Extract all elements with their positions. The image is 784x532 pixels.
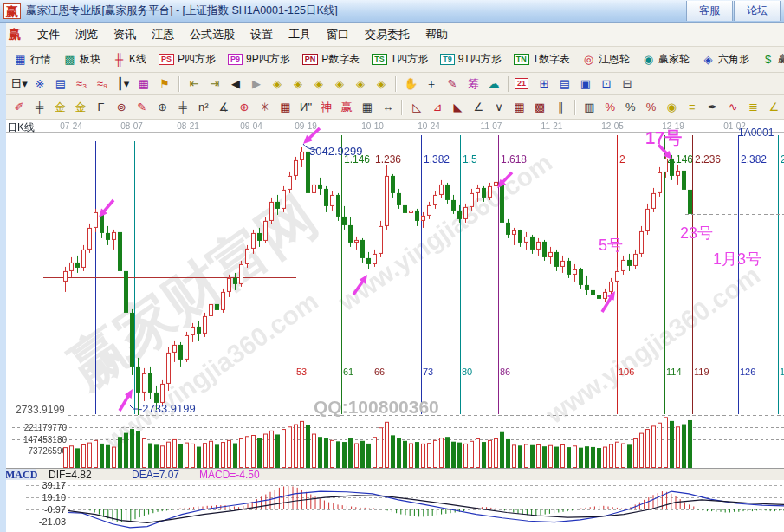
titlebar-button-service[interactable]: 客服 <box>686 1 733 21</box>
tool-diamond-cross-icon[interactable]: ◈ <box>351 75 370 92</box>
tool-gold-lines-icon[interactable]: ≡ <box>683 99 702 115</box>
drawing-toolbar: ✐╪金金F⊚✎⊕╪n²∡⊕✳▦И"神赢▦↔◺⊿◣∠∨▦▩∥▥%%%◉≡✒∿≣∠ <box>0 95 784 120</box>
tool-last-bar-icon[interactable]: ⇥ <box>205 75 224 92</box>
tool-shen-tool-icon[interactable]: 神 <box>317 99 336 115</box>
winner-service-icon: $ <box>761 53 774 66</box>
tool-ying-tool-icon[interactable]: 赢 <box>338 99 357 115</box>
tool-grid-purple-icon[interactable]: ▦ <box>134 75 153 92</box>
toolbar-separator <box>574 100 576 115</box>
tool-sine-icon[interactable]: ∿ <box>723 99 742 115</box>
tool-star-web-icon[interactable]: ✳ <box>256 99 275 115</box>
tool-brush-icon[interactable]: ✐ <box>10 99 29 115</box>
titlebar-button-forum[interactable]: 论坛 <box>734 1 781 21</box>
tool-flag-icon[interactable]: ⚑ <box>155 75 174 92</box>
menu-item-交易委托[interactable]: 交易委托 <box>357 25 418 43</box>
tool-measure-icon[interactable]: ▥ <box>580 99 599 115</box>
tool-red-grid-2-icon[interactable]: ▩ <box>530 99 549 115</box>
tool-ruler-123-icon[interactable]: ▦ <box>358 99 377 115</box>
toolbar-winner-service-button[interactable]: $赢家服务 <box>756 51 784 68</box>
tool-i-quote-icon[interactable]: И" <box>296 99 315 115</box>
toolbar-t-table-button[interactable]: TNT数字表 <box>509 51 575 68</box>
toolbar-hexagon-button[interactable]: ◈六角形 <box>697 51 755 68</box>
tool-notebook-icon[interactable]: ▤ <box>555 75 574 92</box>
tool-n-square-icon[interactable]: n² <box>194 99 213 115</box>
tool-crosshair-icon[interactable]: ＋ <box>422 75 441 92</box>
menu-item-公式选股[interactable]: 公式选股 <box>182 25 243 43</box>
tool-gold-ratio-1-icon[interactable]: 金 <box>50 99 69 115</box>
tool-calendar-icon[interactable]: 21 <box>514 75 533 92</box>
tool-ruler-ticks-icon[interactable]: ╪ <box>173 99 192 115</box>
tool-parallel-icon[interactable]: ∥ <box>551 99 570 115</box>
tool-pct-icon[interactable]: % <box>621 99 640 115</box>
tool-save-icon[interactable]: ▣ <box>576 75 595 92</box>
tool-wave-9-icon[interactable]: ≈₉ <box>93 75 112 92</box>
toolbar-kline-button[interactable]: ╫K线 <box>107 51 152 68</box>
tool-diamond-up-icon[interactable]: ◈ <box>309 75 328 92</box>
tool-target-icon[interactable]: ⊕ <box>235 99 254 115</box>
tool-f-tool-icon[interactable]: F <box>92 99 111 115</box>
toolbar-t-square-button[interactable]: TST四方形 <box>366 51 433 68</box>
tool-first-bar-icon[interactable]: ⇤ <box>185 75 204 92</box>
tool-next-icon[interactable]: ▶ <box>247 75 266 92</box>
tool-angle-ruler-icon[interactable]: ∡ <box>215 99 234 115</box>
toolbar-winner-wheel-button[interactable]: ◉赢家轮 <box>637 51 695 68</box>
tools-toolbar: 日▾※▤≈₃≈₉┃▾▦⚑⇤⇥◀▶◈◈◈◈◈◈✋＋✎筹☁21⊞▤▣⊡⊟ <box>0 73 784 95</box>
tool-gold-angle-icon[interactable]: ∠ <box>765 99 784 115</box>
menu-item-浏览[interactable]: 浏览 <box>68 25 106 43</box>
tool-pencil-icon[interactable]: ✎ <box>133 99 152 115</box>
toolbar-p-table-button[interactable]: PNP数字表 <box>297 51 366 68</box>
tool-red-grid-1-icon[interactable]: ▦ <box>510 99 529 115</box>
tool-diamond-down-icon[interactable]: ◈ <box>330 75 349 92</box>
tool-gold-ratio-2-icon[interactable]: 金 <box>71 99 90 115</box>
tool-chip-icon[interactable]: 筹 <box>463 75 483 92</box>
tool-pct-7-icon[interactable]: % <box>600 99 619 115</box>
tool-pen2-icon[interactable]: ✒ <box>703 99 722 115</box>
menu-item-工具[interactable]: 工具 <box>281 25 319 43</box>
tool-pointer-icon[interactable]: ✎ <box>443 75 462 92</box>
tool-cloud-icon[interactable]: ☁ <box>484 75 503 92</box>
tool-diamond-right-icon[interactable]: ◈ <box>288 75 308 92</box>
menu-item-设置[interactable]: 设置 <box>243 25 281 43</box>
app-logo-icon: 赢 <box>3 3 21 19</box>
tool-knot-icon[interactable]: ※ <box>30 75 49 92</box>
toolbar-sectors-button[interactable]: ▩板块 <box>58 51 106 68</box>
menu-item-江恩[interactable]: 江恩 <box>144 25 182 43</box>
kline-chart-canvas[interactable] <box>0 120 784 532</box>
menu-item-文件[interactable]: 文件 <box>29 25 68 43</box>
tool-v-line-icon[interactable]: ∨ <box>489 99 509 115</box>
tool-calculator-icon[interactable]: ⊞ <box>535 75 554 92</box>
tool-print-icon[interactable]: ⊟ <box>618 75 637 92</box>
toolbar-gann-wheel-button[interactable]: ◎江恩轮 <box>577 51 635 68</box>
9p-square-label: 9P四方形 <box>246 52 290 67</box>
tool-spiral-icon[interactable]: ⊚ <box>112 99 131 115</box>
tool-hand-icon[interactable]: ✋ <box>401 75 420 92</box>
tool-square-web-icon[interactable]: ▦ <box>276 99 295 115</box>
tool-span-arrows-icon[interactable]: ↔ <box>379 99 398 115</box>
tool-diamond-all-icon[interactable]: ◈ <box>372 75 391 92</box>
tool-angle-line-icon[interactable]: ∠ <box>469 99 488 115</box>
tool-gold-circle-icon[interactable]: ◉ <box>662 99 681 115</box>
toolbar-p-square-button[interactable]: PSP四方形 <box>153 51 221 68</box>
tool-grid-ticks-icon[interactable]: ╪ <box>30 99 49 115</box>
tool-prev-icon[interactable]: ◀ <box>226 75 245 92</box>
sectors-label: 板块 <box>80 52 100 67</box>
menu-item-帮助[interactable]: 帮助 <box>418 25 456 43</box>
tool-gann-fan-1-icon[interactable]: ◺ <box>407 99 426 115</box>
tool-capture-icon[interactable]: ⊡ <box>597 75 616 92</box>
tool-gann-fan-2-icon[interactable]: ⊿ <box>428 99 447 115</box>
tool-candle-style-icon[interactable]: ┃▾ <box>113 75 133 92</box>
toolbar-9p-square-button[interactable]: P99P四方形 <box>223 51 295 68</box>
menu-item-资讯[interactable]: 资讯 <box>106 25 144 43</box>
toolbar-9t-square-button[interactable]: T99T四方形 <box>435 51 507 68</box>
tool-period-day-icon[interactable]: 日▾ <box>10 75 29 92</box>
tool-wave-3-icon[interactable]: ≈₃ <box>72 75 91 92</box>
menu-item-窗口[interactable]: 窗口 <box>319 25 357 43</box>
toolbar-quotes-button[interactable]: ▦行情 <box>9 51 56 68</box>
tool-pct-line-icon[interactable]: % <box>642 99 661 115</box>
tool-gann-fan-3-icon[interactable]: ◣ <box>449 99 468 115</box>
tool-compass-icon[interactable]: ⊕ <box>153 99 172 115</box>
tool-gold-bars-icon[interactable]: ≣ <box>744 99 763 115</box>
tool-diamond-left-icon[interactable]: ◈ <box>268 75 287 92</box>
t-table-icon: TN <box>514 54 529 65</box>
tool-clipboard-icon[interactable]: ▤ <box>51 75 70 92</box>
